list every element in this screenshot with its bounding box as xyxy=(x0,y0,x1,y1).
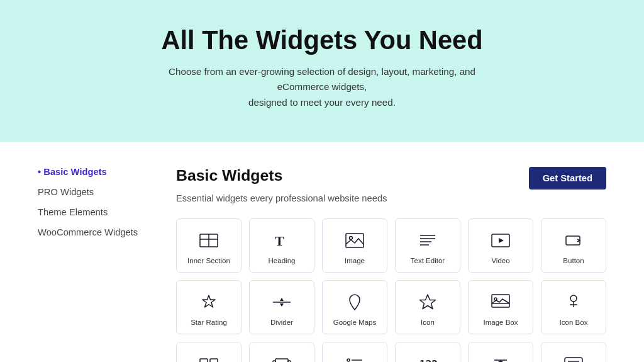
widget-inner-section[interactable]: Inner Section xyxy=(176,218,242,273)
sidebar-item-basic[interactable]: Basic Widgets xyxy=(38,167,138,177)
sidebar-item-theme[interactable]: Theme Elements xyxy=(38,207,138,217)
widget-text-editor-label: Text Editor xyxy=(411,257,445,264)
hero-title: All The Widgets You Need xyxy=(13,25,631,55)
image-icon xyxy=(343,229,366,252)
widget-video[interactable]: Video xyxy=(468,218,533,273)
widget-icon-list[interactable]: Icon List xyxy=(322,342,387,362)
widget-heading[interactable]: T Heading xyxy=(249,218,314,273)
sidebar: Basic Widgets PRO Widgets Theme Elements… xyxy=(38,167,138,247)
widget-image-box[interactable]: Image Box xyxy=(468,280,533,334)
svg-marker-18 xyxy=(420,295,436,309)
widget-star-rating[interactable]: Star Rating xyxy=(176,280,242,334)
star-rating-icon xyxy=(197,291,220,314)
svg-marker-15 xyxy=(280,298,284,301)
hero-subtitle: Choose from an ever-growing selection of… xyxy=(158,64,486,110)
widget-counter[interactable]: 123↑ Counter xyxy=(395,342,460,362)
svg-text:T: T xyxy=(275,233,284,249)
spacer-icon xyxy=(489,353,512,362)
basic-gallery-icon xyxy=(197,353,220,362)
divider-icon xyxy=(270,291,293,314)
widget-star-rating-label: Star Rating xyxy=(191,319,227,326)
heading-icon: T xyxy=(270,229,293,252)
widget-icon-box-label: Icon Box xyxy=(560,319,588,326)
section-title: Basic Widgets xyxy=(176,167,282,184)
svg-point-5 xyxy=(350,236,353,239)
widget-inner-section-label: Inner Section xyxy=(187,257,230,264)
section-subtitle: Essential widgets every professional web… xyxy=(176,193,606,203)
svg-point-32 xyxy=(347,359,350,361)
widget-google-maps-label: Google Maps xyxy=(333,319,377,326)
google-maps-icon xyxy=(343,291,366,314)
svg-rect-12 xyxy=(566,236,580,245)
hero-section: All The Widgets You Need Choose from an … xyxy=(0,0,644,142)
widget-button-label: Button xyxy=(563,257,584,264)
svg-rect-29 xyxy=(275,359,288,362)
widget-divider[interactable]: Divider xyxy=(249,280,314,334)
widget-image[interactable]: Image xyxy=(322,218,387,273)
widget-image-carousel[interactable]: Image Carousel xyxy=(249,342,314,362)
widget-video-label: Video xyxy=(491,257,509,264)
counter-icon: 123↑ xyxy=(416,353,439,362)
widget-basic-gallery[interactable]: Basic Gallery xyxy=(176,342,242,362)
svg-marker-16 xyxy=(280,303,284,307)
widget-text-editor[interactable]: Text Editor xyxy=(395,218,460,273)
widget-heading-label: Heading xyxy=(269,257,296,264)
main-layout: Basic Widgets PRO Widgets Theme Elements… xyxy=(0,142,644,362)
icon-box-icon xyxy=(562,291,585,314)
image-carousel-icon xyxy=(270,353,293,362)
widget-divider-label: Divider xyxy=(270,319,293,326)
widget-icon[interactable]: Icon xyxy=(395,280,460,334)
icon-widget-icon xyxy=(416,291,439,314)
widget-button[interactable]: Button xyxy=(541,218,606,273)
svg-point-17 xyxy=(353,298,357,302)
widget-testimonial[interactable]: Testimonial xyxy=(541,342,606,362)
svg-point-22 xyxy=(570,295,577,302)
image-box-icon xyxy=(489,291,512,314)
svg-rect-4 xyxy=(346,234,364,247)
inner-section-icon xyxy=(197,229,220,252)
video-icon xyxy=(489,229,512,252)
text-editor-icon xyxy=(416,229,439,252)
button-icon xyxy=(562,229,585,252)
testimonial-icon xyxy=(562,353,585,362)
content-area: Basic Widgets Get Started Essential widg… xyxy=(176,167,606,362)
svg-rect-26 xyxy=(210,359,218,362)
sidebar-item-pro[interactable]: PRO Widgets xyxy=(38,187,138,197)
sidebar-item-woo[interactable]: WooCommerce Widgets xyxy=(38,227,138,237)
widget-grid: Inner Section T Heading Image xyxy=(176,218,606,362)
svg-marker-11 xyxy=(499,238,504,243)
svg-rect-25 xyxy=(200,359,208,362)
widget-image-label: Image xyxy=(345,257,365,264)
content-header: Basic Widgets Get Started xyxy=(176,167,606,189)
svg-text:123: 123 xyxy=(419,358,438,362)
widget-icon-label: Icon xyxy=(421,319,435,326)
widget-image-box-label: Image Box xyxy=(483,319,518,326)
widget-google-maps[interactable]: Google Maps xyxy=(322,280,387,334)
svg-text:↑: ↑ xyxy=(431,359,435,362)
icon-list-icon xyxy=(343,353,366,362)
widget-icon-box[interactable]: Icon Box xyxy=(541,280,606,334)
widget-spacer[interactable]: Spacer xyxy=(468,342,533,362)
get-started-button[interactable]: Get Started xyxy=(529,167,606,189)
svg-marker-13 xyxy=(203,295,215,307)
